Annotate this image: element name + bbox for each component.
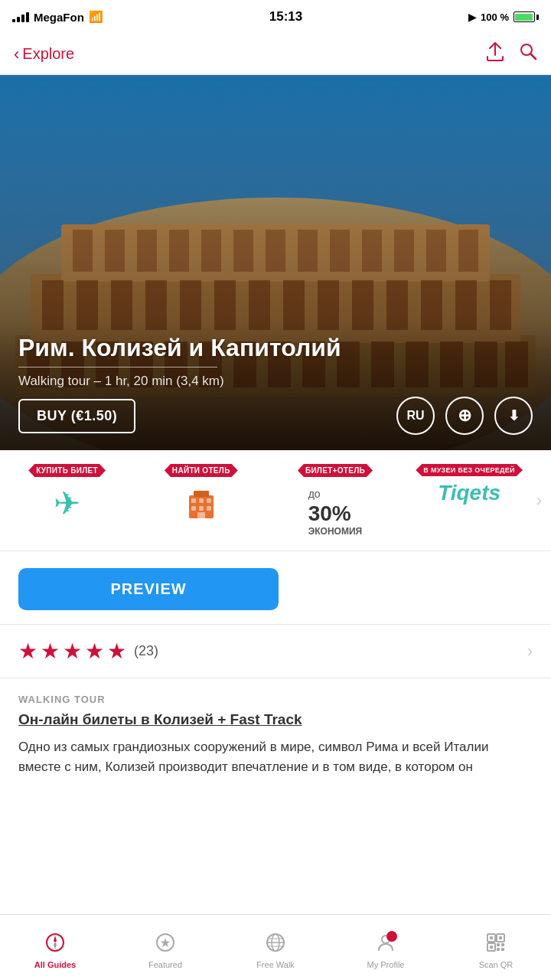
promo-badge-hotel: НАЙТИ ОТЕЛЬ	[165, 464, 238, 477]
nav-bar: ‹ Explore	[0, 34, 551, 75]
reviews-row[interactable]: ★ ★ ★ ★ ★ (23) ›	[0, 625, 551, 678]
stars-rating: ★ ★ ★ ★ ★	[18, 639, 126, 664]
svg-rect-54	[207, 498, 211, 503]
tour-description: Одно из самых грандиозных сооружений в м…	[18, 737, 533, 776]
tab-featured-label: Featured	[148, 960, 182, 969]
promo-item-ticket[interactable]: КУПИТЬ БИЛЕТ ✈	[0, 464, 134, 537]
nav-actions	[487, 42, 537, 67]
battery-percent: 100 %	[481, 11, 509, 23]
chevron-left-icon: ‹	[14, 44, 19, 64]
tab-bar: All Guides Featured Free Walk	[0, 914, 551, 980]
svg-rect-79	[501, 948, 504, 951]
hero-title: Рим. Колизей и Капитолий	[18, 334, 533, 362]
svg-rect-51	[194, 491, 209, 497]
share-icon[interactable]	[487, 42, 504, 67]
tab-scan-qr[interactable]: Scan QR	[441, 926, 551, 969]
rating-container: ★ ★ ★ ★ ★ (23)	[18, 639, 158, 664]
svg-rect-78	[497, 948, 500, 951]
compass-icon	[45, 933, 65, 957]
hero-section: Рим. Колизей и Капитолий Walking tour – …	[0, 75, 551, 450]
plane-icon: ✈	[54, 485, 80, 522]
svg-marker-60	[54, 936, 57, 942]
svg-rect-75	[490, 946, 493, 949]
tab-free-walk[interactable]: Free Walk	[220, 926, 331, 969]
tab-featured[interactable]: Featured	[110, 926, 220, 969]
promo-strip[interactable]: КУПИТЬ БИЛЕТ ✈ НАЙТИ ОТЕЛЬ	[0, 450, 551, 551]
promo-chevron-icon[interactable]: ›	[536, 491, 551, 511]
svg-rect-77	[501, 943, 504, 946]
tab-my-profile[interactable]: My Profile	[331, 926, 441, 969]
svg-rect-57	[207, 506, 211, 511]
discount-label: до 30% ЭКОНОМИЯ	[308, 488, 362, 537]
promo-badge-combo: БИЛЕТ+ОТЕЛЬ	[298, 464, 373, 477]
tour-category: WALKING TOUR	[18, 694, 533, 705]
svg-rect-76	[497, 943, 500, 946]
svg-marker-61	[54, 942, 57, 949]
tab-all-guides-label: All Guides	[34, 960, 76, 969]
tab-all-guides[interactable]: All Guides	[0, 926, 110, 969]
add-to-list-button[interactable]: ⊕	[445, 397, 484, 435]
hero-subtitle: Walking tour – 1 hr, 20 min (3,4 km)	[18, 374, 533, 389]
review-count: (23)	[134, 643, 158, 659]
wifi-icon: 📶	[89, 10, 103, 24]
hotel-icon	[183, 485, 220, 524]
plus-icon: ⊕	[458, 406, 471, 426]
language-button[interactable]: RU	[396, 397, 435, 435]
svg-rect-58	[197, 512, 205, 518]
buy-button[interactable]: BUY (€1.50)	[18, 399, 135, 433]
download-button[interactable]: ⬇	[494, 397, 533, 435]
svg-rect-71	[490, 936, 493, 939]
svg-rect-52	[191, 498, 196, 503]
svg-rect-53	[199, 498, 204, 503]
promo-item-combo[interactable]: БИЛЕТ+ОТЕЛЬ до 30% ЭКОНОМИЯ	[268, 464, 402, 537]
star-2: ★	[41, 639, 60, 664]
preview-button[interactable]: PREVIEW	[18, 568, 279, 610]
battery-icon	[514, 11, 539, 22]
search-icon[interactable]	[519, 42, 537, 67]
star-4: ★	[85, 639, 104, 664]
language-label: RU	[406, 409, 424, 423]
qr-icon	[486, 933, 506, 957]
svg-marker-63	[161, 938, 170, 947]
preview-section: PREVIEW	[0, 551, 551, 625]
status-bar: MegaFon 📶 15:13 ▶ 100 %	[0, 0, 551, 34]
tab-my-profile-label: My Profile	[367, 960, 405, 969]
back-label: Explore	[22, 45, 74, 63]
hero-icon-buttons: RU ⊕ ⬇	[396, 397, 533, 435]
hero-divider	[18, 367, 217, 368]
status-left: MegaFon 📶	[12, 10, 103, 24]
hero-actions: BUY (€1.50) RU ⊕ ⬇	[18, 397, 533, 435]
back-button[interactable]: ‹ Explore	[14, 44, 74, 64]
location-icon: ▶	[468, 11, 476, 23]
reviews-chevron-icon[interactable]: ›	[527, 642, 533, 662]
svg-rect-56	[199, 506, 204, 511]
svg-line-1	[531, 54, 536, 59]
tab-free-walk-label: Free Walk	[256, 960, 295, 969]
download-icon: ⬇	[508, 407, 520, 424]
promo-item-hotel[interactable]: НАЙТИ ОТЕЛЬ	[134, 464, 268, 537]
star-3: ★	[63, 639, 82, 664]
svg-rect-73	[499, 936, 502, 939]
svg-rect-55	[191, 506, 196, 511]
profile-badge-container	[376, 933, 396, 957]
notification-badge	[386, 931, 397, 942]
carrier-label: MegaFon	[34, 11, 84, 24]
star-5-half: ★	[107, 639, 126, 664]
tour-title-link[interactable]: Он-лайн билеты в Колизей + Fast Track	[18, 711, 533, 728]
status-right: ▶ 100 %	[468, 11, 539, 23]
star-icon	[155, 933, 175, 957]
status-time: 15:13	[269, 9, 302, 24]
tab-scan-qr-label: Scan QR	[479, 960, 514, 969]
description-section: WALKING TOUR Он-лайн билеты в Колизей + …	[0, 678, 551, 792]
promo-badge-tiqets: В МУЗЕИ БЕЗ ОЧЕРЕДЕЙ	[416, 464, 523, 476]
signal-icon	[12, 12, 29, 22]
promo-items: КУПИТЬ БИЛЕТ ✈ НАЙТИ ОТЕЛЬ	[0, 464, 536, 537]
tiqets-brand: Tiqets	[438, 481, 500, 505]
promo-item-tiqets[interactable]: В МУЗЕИ БЕЗ ОЧЕРЕДЕЙ Tiqets	[403, 464, 536, 537]
globe-icon	[266, 933, 285, 957]
star-1: ★	[18, 639, 37, 664]
promo-badge-ticket: КУПИТЬ БИЛЕТ	[28, 464, 106, 477]
